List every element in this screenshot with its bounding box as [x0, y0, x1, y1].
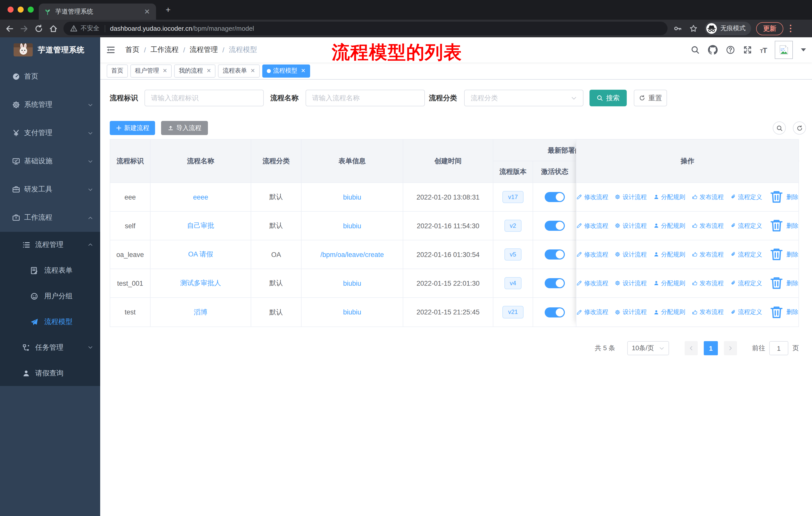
action-分配规则[interactable]: 分配规则 [654, 193, 686, 201]
action-分配规则[interactable]: 分配规则 [654, 279, 686, 288]
sidebar-item-system[interactable]: 系统管理 [0, 91, 100, 119]
action-设计流程[interactable]: 设计流程 [615, 308, 647, 317]
sidebar-item-task-manage[interactable]: 任务管理 [0, 334, 100, 360]
next-page-button[interactable] [724, 341, 737, 355]
sidebar-item-leave-query[interactable]: 请假查询 [0, 360, 100, 386]
active-switch[interactable] [545, 249, 565, 260]
action-删除[interactable]: 删除 [769, 189, 799, 205]
new-tab-button[interactable]: + [163, 5, 173, 15]
prev-page-button[interactable] [685, 341, 698, 355]
page-number-button[interactable]: 1 [704, 341, 718, 355]
action-修改流程[interactable]: 修改流程 [576, 193, 608, 201]
sidebar-item-payment[interactable]: 支付管理 [0, 119, 100, 147]
close-icon[interactable]: ✕ [206, 67, 211, 74]
sidebar-item-process-form[interactable]: 流程表单 [0, 257, 100, 283]
action-分配规则[interactable]: 分配规则 [654, 221, 686, 230]
sidebar-item-process-manage[interactable]: 流程管理 [0, 232, 100, 257]
action-流程定义[interactable]: 流程定义 [730, 250, 762, 259]
sidebar-item-devtools[interactable]: 研发工具 [0, 175, 100, 203]
sidebar-item-user-group[interactable]: 用户分组 [0, 283, 100, 309]
close-window-button[interactable] [7, 6, 13, 12]
zoom-window-button[interactable] [28, 6, 34, 12]
row-name-link[interactable]: OA 请假 [188, 250, 213, 259]
action-分配规则[interactable]: 分配规则 [654, 308, 686, 317]
row-form-link[interactable]: biubiu [343, 279, 361, 287]
minimize-window-button[interactable] [18, 6, 24, 12]
github-icon[interactable] [707, 45, 718, 55]
toggle-search-button[interactable] [773, 121, 786, 135]
active-switch[interactable] [545, 307, 565, 317]
browser-tab[interactable]: 芋道管理系统 ✕ [39, 3, 156, 20]
back-icon[interactable] [5, 24, 14, 33]
active-switch[interactable] [545, 278, 565, 288]
row-name-link[interactable]: eeee [193, 193, 208, 201]
create-process-button[interactable]: 新建流程 [110, 121, 155, 135]
sidebar-item-workflow[interactable]: 工作流程 [0, 203, 100, 232]
row-name-link[interactable]: 测试多审批人 [180, 279, 221, 288]
row-name-link[interactable]: 自己审批 [187, 221, 214, 230]
close-icon[interactable]: ✕ [163, 67, 167, 74]
breadcrumb-item[interactable]: 工作流程 [150, 45, 179, 54]
action-发布流程[interactable]: 发布流程 [692, 193, 724, 201]
key-icon[interactable] [673, 24, 682, 33]
action-删除[interactable]: 删除 [769, 275, 799, 291]
active-switch[interactable] [545, 192, 565, 202]
action-流程定义[interactable]: 流程定义 [730, 308, 762, 317]
action-发布流程[interactable]: 发布流程 [692, 308, 724, 317]
process-category-select[interactable]: 流程分类 [464, 90, 583, 106]
fullscreen-icon[interactable] [743, 45, 752, 54]
close-icon[interactable]: ✕ [251, 67, 255, 74]
breadcrumb-item[interactable]: 首页 [125, 45, 140, 54]
active-switch[interactable] [545, 221, 565, 231]
breadcrumb-item[interactable]: 流程管理 [190, 45, 218, 54]
process-key-field[interactable] [144, 90, 264, 106]
action-修改流程[interactable]: 修改流程 [576, 279, 608, 288]
row-form-link[interactable]: biubiu [343, 308, 361, 316]
sidebar-item-infra[interactable]: 基础设施 [0, 147, 100, 175]
fontsize-icon[interactable]: TT [760, 46, 767, 54]
tag-流程表单[interactable]: 流程表单✕ [218, 64, 260, 77]
process-key-input[interactable] [151, 94, 257, 102]
tag-首页[interactable]: 首页 [107, 64, 128, 77]
forward-icon[interactable] [20, 24, 29, 33]
import-process-button[interactable]: 导入流程 [161, 121, 208, 135]
tag-我的流程[interactable]: 我的流程✕ [174, 64, 215, 77]
reset-button[interactable]: 重置 [634, 90, 667, 106]
close-icon[interactable]: ✕ [301, 67, 305, 74]
row-form-link[interactable]: biubiu [343, 222, 361, 229]
action-设计流程[interactable]: 设计流程 [615, 221, 647, 230]
home-icon[interactable] [49, 24, 58, 33]
sidebar-item-process-model[interactable]: 流程模型 [0, 309, 100, 334]
row-form-link[interactable]: /bpm/oa/leave/create [320, 251, 384, 258]
process-name-input[interactable] [312, 94, 418, 102]
action-修改流程[interactable]: 修改流程 [576, 221, 608, 230]
tag-流程模型[interactable]: 流程模型✕ [262, 64, 310, 77]
search-button[interactable]: 搜索 [589, 90, 627, 106]
tag-租户管理[interactable]: 租户管理✕ [130, 64, 172, 77]
sidebar-item-home[interactable]: 首页 [0, 62, 100, 91]
action-发布流程[interactable]: 发布流程 [692, 279, 724, 288]
action-设计流程[interactable]: 设计流程 [615, 250, 647, 259]
action-流程定义[interactable]: 流程定义 [730, 279, 762, 288]
process-name-field[interactable] [306, 90, 425, 106]
update-button[interactable]: 更新 [756, 22, 783, 35]
avatar[interactable] [775, 41, 793, 59]
action-流程定义[interactable]: 流程定义 [730, 221, 762, 230]
action-删除[interactable]: 删除 [769, 218, 799, 234]
chevron-down-icon[interactable] [801, 48, 806, 51]
logo[interactable]: 芋道管理系统 [0, 37, 100, 62]
page-size-select[interactable]: 10条/页 [627, 341, 669, 355]
hamburger-icon[interactable] [106, 45, 115, 54]
bookmark-star-icon[interactable] [689, 24, 698, 33]
action-删除[interactable]: 删除 [769, 247, 799, 262]
address-bar[interactable]: 不安全 dashboard.yudao.iocoder.cn/bpm/manag… [63, 22, 668, 35]
action-发布流程[interactable]: 发布流程 [692, 221, 724, 230]
tab-close-icon[interactable]: ✕ [143, 7, 151, 16]
action-修改流程[interactable]: 修改流程 [576, 308, 608, 317]
action-修改流程[interactable]: 修改流程 [576, 250, 608, 259]
action-发布流程[interactable]: 发布流程 [692, 250, 724, 259]
help-icon[interactable] [726, 45, 735, 54]
window-controls[interactable] [7, 6, 34, 12]
row-name-link[interactable]: 滔博 [194, 308, 207, 317]
goto-page-input[interactable]: 1 [769, 341, 788, 355]
